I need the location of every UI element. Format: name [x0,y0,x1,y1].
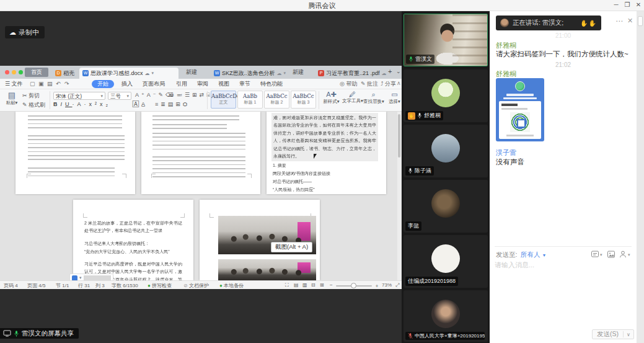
zoom-in-icon[interactable]: ＋ [374,282,379,289]
font-name-select[interactable]: 宋体 (正文)▾ [53,92,105,100]
status-page-count: 页面 4/5 [27,282,45,289]
menu-special-features[interactable]: 特色功能 [260,80,283,88]
screen-share-banner: 雷淏文的屏幕共享 [0,328,79,339]
menu-share[interactable]: ⤴ 分享 [381,80,396,88]
tab-list-icon[interactable]: ⌄ [396,68,401,74]
alignment-icons[interactable]: ≡≣▤⊞⛭ [155,101,190,108]
highlight-color-icons[interactable]: 🄰A̲ [133,101,148,108]
zoom-slider-knob[interactable] [351,283,356,288]
traffic-light-minimize-icon[interactable] [12,70,16,74]
close-button[interactable]: ✕ [633,1,643,8]
participant-tile-jiabiancheng[interactable]: 佳编成2019201988 [404,235,488,288]
chat-more-button[interactable]: ⋯ [615,17,623,25]
document-scrollbar[interactable] [397,112,401,280]
font-size-select[interactable]: 三号▾ [108,92,131,100]
menu-references[interactable]: 引用 [176,80,187,88]
annotation-chip[interactable]: ▾ [69,274,113,280]
participant-tile-leihaowen[interactable]: 雷淏文 [404,14,488,66]
save-icon[interactable]: ▣ [38,81,44,87]
status-local-backup[interactable]: ● 本地备份 [219,282,244,289]
chat-close-button[interactable]: ✕ [627,17,633,25]
fit-page-icon[interactable]: ⤢ [395,282,399,288]
new-tab-button[interactable]: + [388,68,392,75]
participant-tile-tonglin[interactable]: 中国人民大学+童琳+2019201954 [404,290,488,342]
wps-pdf-tab[interactable]: P 习近平教育重..21 .pdf ☁ [315,68,390,79]
participant-tile-liyi[interactable]: 李懿 [404,180,488,233]
bold-italic-underline-icons[interactable]: BIU·A·x²x₂ [53,101,111,107]
maximize-button[interactable]: ❐ [622,1,632,8]
fullscreen-view-icon[interactable]: ⛶ [285,282,289,288]
zoom-out-icon[interactable]: − [330,282,333,288]
image-icon[interactable] [607,250,615,259]
style-heading3[interactable]: AaBbCc 标题 3 [291,91,316,109]
chat-history-icon[interactable] [591,250,599,259]
menu-page-layout[interactable]: 页面布局 [143,80,165,88]
wps-new-tab-2[interactable]: 新建 [293,68,304,76]
wps-ribbon: ▤ 粘贴▾ ✂ 剪切 ✎ 格式刷 宋体 (正文)▾ 三号▾ A⁺A⁻✎⌫ ≔≕☰… [0,89,402,112]
web-view-icon[interactable]: ⊟ [311,282,315,288]
cut-button[interactable]: ✂ 剪切 [22,92,40,100]
participant-video-column: 雷淏文 ✋ 舒雅桐 陈子涵 李懿 佳 [402,11,490,343]
menu-file[interactable]: ☰ 文件 [5,80,23,88]
menu-home-tab[interactable]: 开始 [92,80,114,88]
qr-signin-card[interactable] [496,78,544,141]
wps-new-tab-1[interactable]: 新建 [186,68,197,76]
menu-insert[interactable]: 插入 [121,80,133,88]
status-doc-protect[interactable]: ⊘ 文档保护 [183,282,209,289]
wps-docer-tab[interactable]: D 稻壳 [52,68,77,79]
blurred-paragraph [28,135,125,163]
find-replace-button[interactable]: ⌕ 查找替换▾ [363,91,384,105]
wps-document-tab-2[interactable]: W SKZ思政..选角色分析 ☁ ▾ [211,68,289,79]
read-view-icon[interactable]: ⊞ [320,282,324,288]
print-icon[interactable]: ▤ [47,81,53,87]
traffic-light-close-icon[interactable] [5,70,9,74]
chat-timestamp: 21:00 [490,32,637,39]
collapse-ribbon-icon[interactable]: ∧ [397,80,401,86]
minimize-button[interactable]: ─ [611,1,621,8]
style-heading1[interactable]: AaBb 标题 1 [237,91,263,109]
paste-button[interactable]: ▤ 粘贴▾ [3,91,20,106]
list-numbering-icons[interactable]: ≔≕☰⊞⇄⌸ [169,92,213,99]
document-canvas[interactable]: 难，面对难题更加从容淡定而又稳重坚定。我作为一名国际政治专业的学生，如何在百年未… [0,112,402,280]
new-doc-icon[interactable]: ▢ [30,81,35,87]
panel-collapse-handle[interactable] [638,16,643,26]
avatar [431,79,460,107]
style-normal[interactable]: AaBbCcDd 正文 [211,91,236,109]
chevron-down-icon[interactable]: ▾ [284,71,286,76]
chevron-down-icon[interactable]: ∨ [624,332,633,337]
status-word-count[interactable]: 字数 6/1530 [112,282,138,289]
menu-section[interactable]: 章节 [239,80,250,88]
zoom-percentage[interactable]: 73% [382,282,392,288]
scrollbar-thumb[interactable] [398,114,400,158]
outline-view-icon[interactable]: ▥ [302,282,307,288]
participant-tile-chenzihan[interactable]: 陈子涵 [404,125,488,177]
chevron-down-icon[interactable]: ▾ [79,275,82,280]
menu-comment[interactable]: ✎ 批注 [361,80,378,88]
text-tools-button[interactable]: 🖉 文字工具▾ [342,91,363,104]
menu-help[interactable]: ◎ 帮助 [340,80,357,88]
redo-icon[interactable]: ↷ [64,81,69,87]
format-painter-button[interactable]: ✎ 格式刷 [22,101,45,109]
message-text: 请大家扫码签到一下，我们方便统计人数~ [496,50,629,59]
new-style-button[interactable]: A✚ 新样式▾ [321,91,342,105]
wps-home-tab[interactable]: 首页 [25,68,48,77]
search-icon: ⌕ [363,91,384,99]
undo-icon[interactable]: ↶ [56,81,61,87]
menu-review[interactable]: 审阅 [197,80,208,88]
chevron-down-icon[interactable]: ▾ [152,71,154,76]
wps-document-tab-active[interactable]: W 思政课学习感想.docx ☁ ▾ [79,68,179,79]
send-to-dropdown[interactable]: 所有人 ▼ [521,251,546,259]
chevron-down-icon[interactable]: ▾ [600,252,602,257]
chat-message-input[interactable] [495,259,628,270]
menu-view[interactable]: 视图 [218,80,229,88]
style-heading2[interactable]: AaBbCc 标题 2 [264,91,289,109]
page-view-icon[interactable]: ▤ [294,282,299,288]
status-spellcheck[interactable]: ● 拼写检查 [148,282,172,289]
qr-panel [499,101,541,139]
member-icon[interactable] [619,250,627,259]
chevron-down-icon[interactable]: ▾ [628,252,630,257]
status-page-number: 页码 4 [4,282,18,289]
send-button[interactable]: 发送(S) ∨ [592,329,634,339]
traffic-light-zoom-icon[interactable] [19,70,23,74]
participant-tile-shuyatong[interactable]: ✋ 舒雅桐 [404,69,488,122]
